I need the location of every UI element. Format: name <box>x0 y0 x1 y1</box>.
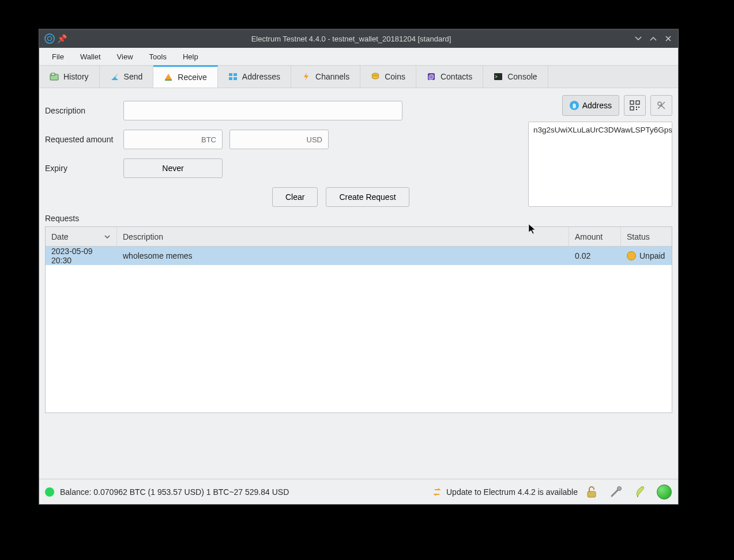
tab-send[interactable]: Send <box>100 66 154 88</box>
create-request-button[interactable]: Create Request <box>326 187 409 207</box>
table-header: Date Description Amount Status <box>46 227 672 247</box>
clock-icon <box>627 251 636 260</box>
menu-view[interactable]: View <box>109 49 141 65</box>
receive-form: Description Requested amount Expiry Neve… <box>45 95 522 207</box>
tab-coins[interactable]: Coins <box>360 66 416 88</box>
mouse-cursor <box>528 224 536 235</box>
tools-button[interactable] <box>650 95 672 116</box>
requests-heading: Requests <box>45 214 672 223</box>
svg-rect-6 <box>234 73 237 76</box>
cell-date: 2023-05-09 20:30 <box>46 247 117 265</box>
svg-rect-18 <box>638 107 639 108</box>
chevron-down-icon <box>104 233 111 240</box>
svg-rect-3 <box>51 73 55 75</box>
right-column: ฿Address n3g2sUwiXLuLaUrC3DWawLSPTy6Gps <box>528 95 672 207</box>
app-icon <box>39 33 55 44</box>
svg-rect-13 <box>494 73 502 80</box>
svg-rect-8 <box>234 77 237 80</box>
tabbar: History Send Receive Addresses Channels … <box>39 65 678 88</box>
statusbar: Balance: 0.070962 BTC (1 953.57 USD) 1 B… <box>39 479 678 504</box>
receive-icon <box>164 73 173 82</box>
tab-history[interactable]: History <box>39 66 100 88</box>
window-title: Electrum Testnet 4.4.0 - testnet_wallet_… <box>68 35 634 43</box>
seed-icon[interactable] <box>632 484 648 500</box>
col-amount[interactable]: Amount <box>569 227 621 246</box>
qr-icon <box>630 100 640 111</box>
address-display[interactable]: n3g2sUwiXLuLaUrC3DWawLSPTy6Gps <box>528 122 672 207</box>
send-icon <box>110 72 119 81</box>
qr-button[interactable] <box>624 95 646 116</box>
preferences-icon[interactable] <box>608 484 624 500</box>
channels-icon <box>302 72 311 81</box>
update-notice[interactable]: Update to Electrum 4.4.2 is available <box>432 487 578 497</box>
update-icon <box>432 487 442 497</box>
balance-text: Balance: 0.070962 BTC (1 953.57 USD) 1 B… <box>60 487 289 497</box>
requested-amount-label: Requested amount <box>45 135 123 144</box>
svg-rect-15 <box>636 101 639 104</box>
history-icon <box>50 72 59 81</box>
titlebar: 📌 Electrum Testnet 4.4.0 - testnet_walle… <box>39 29 678 48</box>
col-status[interactable]: Status <box>621 227 672 246</box>
table-row[interactable]: 2023-05-09 20:30 wholesome memes 0.02 Un… <box>46 247 672 265</box>
tools-icon <box>656 100 667 111</box>
content-area: Description Requested amount Expiry Neve… <box>39 88 678 479</box>
address-view-button[interactable]: ฿Address <box>562 95 619 116</box>
tab-channels[interactable]: Channels <box>291 66 360 88</box>
console-icon <box>494 72 503 81</box>
menu-help[interactable]: Help <box>175 49 206 65</box>
menubar: File Wallet View Tools Help <box>39 48 678 65</box>
svg-point-21 <box>618 486 622 490</box>
svg-rect-7 <box>229 77 232 80</box>
tab-addresses[interactable]: Addresses <box>218 66 291 88</box>
coins-icon <box>371 72 380 81</box>
svg-rect-4 <box>165 80 172 81</box>
menu-wallet[interactable]: Wallet <box>72 49 109 65</box>
svg-rect-17 <box>636 107 637 108</box>
amount-btc-input[interactable] <box>123 130 223 149</box>
lock-icon[interactable] <box>584 484 600 500</box>
tab-contacts[interactable]: @Contacts <box>416 66 483 88</box>
connection-orb-icon[interactable] <box>656 484 672 500</box>
menu-tools[interactable]: Tools <box>141 49 175 65</box>
cell-amount: 0.02 <box>569 251 621 260</box>
description-label: Description <box>45 106 123 115</box>
maximize-button[interactable] <box>649 35 657 43</box>
contacts-icon: @ <box>427 72 436 81</box>
svg-text:@: @ <box>428 74 434 80</box>
col-description[interactable]: Description <box>117 227 569 246</box>
svg-point-1 <box>48 37 52 41</box>
pin-icon[interactable]: 📌 <box>55 34 68 43</box>
addresses-icon <box>228 72 238 81</box>
cell-description: wholesome memes <box>117 251 569 260</box>
amount-usd-input[interactable] <box>229 130 329 149</box>
svg-rect-14 <box>630 101 634 104</box>
svg-rect-16 <box>630 107 634 110</box>
requests-table: Date Description Amount Status 2023-05-0… <box>45 226 672 413</box>
close-button[interactable] <box>664 35 672 43</box>
minimize-button[interactable] <box>634 35 642 43</box>
svg-rect-5 <box>229 73 232 76</box>
description-input[interactable] <box>123 101 402 120</box>
clear-button[interactable]: Clear <box>272 187 318 207</box>
tab-console[interactable]: Console <box>483 66 548 88</box>
expiry-dropdown[interactable]: Never <box>123 158 223 178</box>
app-window: 📌 Electrum Testnet 4.4.0 - testnet_walle… <box>39 29 679 505</box>
svg-point-10 <box>372 75 379 79</box>
col-date[interactable]: Date <box>46 227 117 246</box>
menu-file[interactable]: File <box>44 49 72 65</box>
svg-rect-20 <box>588 491 596 497</box>
svg-rect-19 <box>636 109 637 110</box>
bitcoin-icon: ฿ <box>570 101 579 110</box>
expiry-label: Expiry <box>45 164 123 173</box>
cell-status: Unpaid <box>621 251 672 260</box>
svg-point-0 <box>45 34 54 43</box>
network-status-icon[interactable] <box>45 487 54 497</box>
tab-receive[interactable]: Receive <box>153 65 218 88</box>
